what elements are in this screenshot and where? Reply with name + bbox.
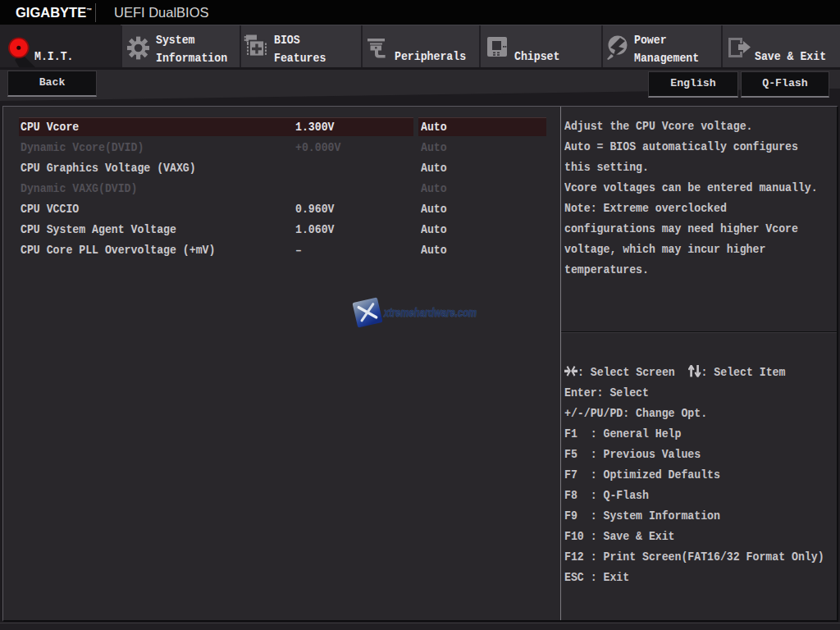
svg-text:xtremehardware.com: xtremehardware.com [383, 306, 477, 319]
